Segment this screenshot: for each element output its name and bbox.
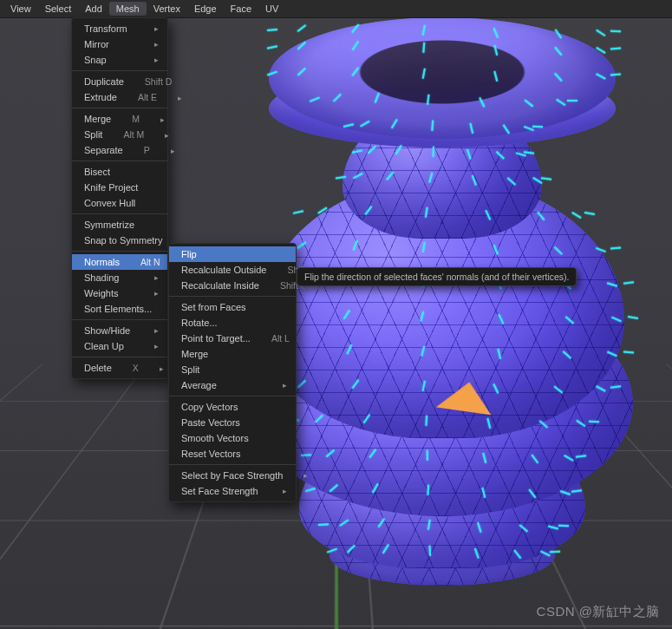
normal-hair (352, 150, 362, 154)
mesh-menu-shading[interactable]: Shading▸ (72, 270, 167, 285)
normal-hair (343, 311, 350, 320)
mesh-menu-show-hide[interactable]: Show/Hide▸ (72, 323, 167, 338)
normal-hair (496, 151, 505, 159)
normal-hair (576, 420, 585, 427)
normal-hair (532, 126, 543, 128)
normal-hair (532, 177, 542, 184)
normal-hair (572, 212, 582, 219)
mesh-menu-snap-to-symmetry[interactable]: Snap to Symmetry (72, 233, 167, 248)
normal-hair (353, 240, 358, 251)
mesh-menu-clean-up[interactable]: Clean Up▸ (72, 338, 167, 354)
mesh-menu-duplicate[interactable]: DuplicateShift D (72, 74, 167, 89)
normal-hair (554, 73, 562, 82)
normal-hair (472, 175, 477, 186)
menu-label: Set from Faces (181, 302, 246, 312)
menu-label: Clean Up (84, 341, 124, 351)
menu-label: Separate (84, 145, 123, 155)
menu-label: Recalculate Inside (181, 280, 259, 291)
mesh-menu-separate[interactable]: SeparateP▸ (72, 142, 167, 158)
normals-menu-split[interactable]: Split (169, 362, 296, 377)
chevron-right-icon: Alt M▸ (102, 129, 169, 140)
normal-hair (610, 30, 621, 32)
normal-hair (429, 173, 434, 183)
normal-hair (525, 99, 533, 107)
normal-hair (267, 46, 277, 49)
mesh-menu-separator (72, 161, 167, 161)
menu-label: Paste Vectors (181, 417, 240, 428)
normal-hair (267, 71, 277, 75)
mesh-menu-delete[interactable]: DeleteX▸ (72, 360, 167, 376)
normal-hair (352, 24, 360, 33)
mesh-menu-separator (72, 70, 167, 71)
normals-menu-select-by-face-strength[interactable]: Select by Face Strength▸ (169, 468, 296, 483)
mesh-menu-weights[interactable]: Weights▸ (72, 285, 167, 301)
normal-hair (541, 177, 551, 180)
normal-hair (391, 120, 398, 129)
normal-hair (493, 28, 499, 38)
normals-menu-recalculate-outside[interactable]: Recalculate OutsideShift N (169, 262, 296, 278)
menu-label: Knife Project (84, 182, 138, 193)
normals-menu-point-to-target[interactable]: Point to Target...Alt L (169, 331, 296, 346)
normals-menu-set-from-faces[interactable]: Set from Faces (169, 299, 296, 315)
menu-item-view[interactable]: View (3, 2, 38, 16)
mesh-menu-knife-project[interactable]: Knife Project (72, 180, 167, 195)
normals-menu-recalculate-inside[interactable]: Recalculate InsideShift Ctrl N (169, 278, 296, 293)
normal-hair (611, 317, 622, 322)
mesh-menu-extrude[interactable]: ExtrudeAlt E▸ (72, 89, 167, 105)
mesh-menu-separator (72, 251, 167, 252)
menu-label: Mirror (84, 39, 109, 49)
normal-hair (507, 177, 516, 185)
menu-item-mesh[interactable]: Mesh (109, 2, 147, 16)
mesh-menu-snap[interactable]: Snap▸ (72, 52, 167, 68)
mesh-menu-mirror[interactable]: Mirror▸ (72, 36, 167, 52)
chevron-right-icon: Alt E▸ (117, 92, 182, 102)
mesh-menu-split[interactable]: SplitAlt M▸ (72, 127, 167, 142)
chevron-right-icon: ▸ (134, 24, 159, 33)
normal-hair (498, 349, 501, 359)
menu-label: Normals (84, 257, 120, 267)
axis-y (336, 0, 337, 364)
normals-menu-set-face-strength[interactable]: Set Face Strength▸ (169, 483, 296, 499)
watermark: CSDN @新缸中之脑 (537, 604, 660, 620)
menu-item-add[interactable]: Add (78, 2, 109, 16)
normal-hair (395, 146, 402, 155)
menu-item-edge[interactable]: Edge (187, 2, 224, 16)
normals-menu-paste-vectors[interactable]: Paste Vectors (169, 415, 296, 430)
normal-hair (353, 173, 362, 179)
normals-menu-flip[interactable]: Flip (169, 246, 296, 262)
normal-hair (422, 242, 425, 252)
chevron-right-icon: ▸ (262, 487, 287, 495)
normals-menu-reset-vectors[interactable]: Reset Vectors (169, 446, 296, 462)
chevron-right-icon: ▸ (134, 56, 159, 64)
menu-item-vertex[interactable]: Vertex (147, 2, 187, 16)
normals-menu-merge[interactable]: Merge (169, 346, 296, 362)
normal-hair (576, 455, 586, 457)
normals-menu-rotate[interactable]: Rotate... (169, 315, 296, 331)
menu-label: Convex Hull (84, 198, 135, 208)
menu-label: Rotate... (181, 318, 218, 328)
mesh-menu-symmetrize[interactable]: Symmetrize (72, 217, 167, 233)
normal-hair (608, 351, 618, 357)
mesh-menu-convex-hull[interactable]: Convex Hull (72, 195, 167, 211)
normal-hair (596, 385, 605, 391)
normals-menu-average[interactable]: Average▸ (169, 377, 296, 393)
menu-label: Select by Face Strength (181, 470, 283, 481)
normal-hair (567, 100, 577, 102)
mesh-menu-sort-elements[interactable]: Sort Elements...▸ (72, 301, 167, 317)
normals-menu-smooth-vectors[interactable]: Smooth Vectors (169, 430, 296, 446)
menu-label: Extrude (84, 92, 117, 102)
mesh-menu-normals[interactable]: NormalsAlt N▸ (72, 254, 167, 270)
normal-hair (499, 314, 505, 324)
normal-hair (623, 281, 634, 284)
menu-item-select[interactable]: Select (38, 2, 79, 16)
normals-menu-separator (169, 464, 296, 465)
menu-label: Split (181, 364, 199, 375)
menu-label: Shading (84, 272, 119, 283)
mesh-menu-transform[interactable]: Transform▸ (72, 21, 167, 36)
menu-item-face[interactable]: Face (224, 2, 258, 16)
mesh-menu-merge[interactable]: MergeM▸ (72, 111, 167, 127)
normals-menu-copy-vectors[interactable]: Copy Vectors (169, 399, 296, 415)
normal-hair (426, 207, 428, 218)
menu-item-uv[interactable]: UV (258, 2, 285, 16)
mesh-menu-bisect[interactable]: Bisect (72, 164, 167, 180)
